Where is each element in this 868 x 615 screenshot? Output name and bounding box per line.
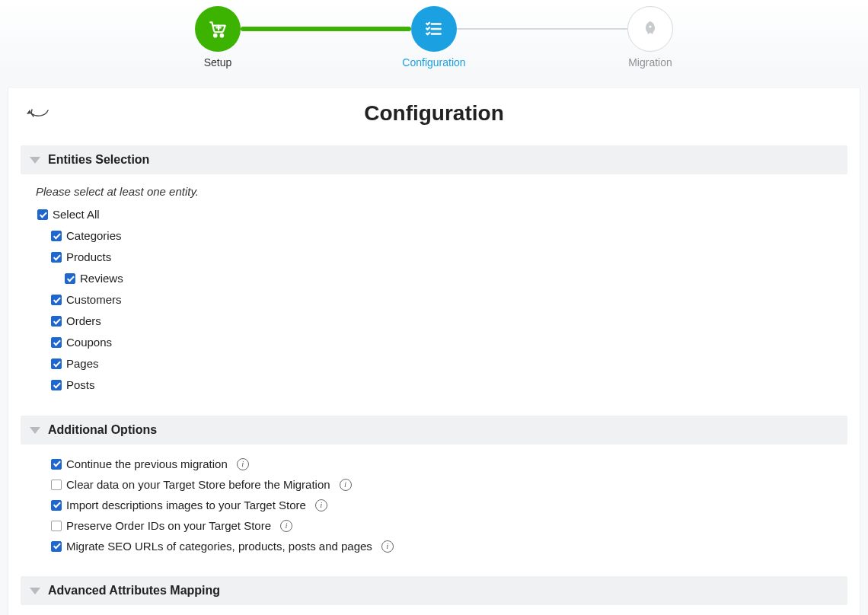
page-title: Configuration [21, 101, 847, 126]
entities-hint: Please select at least one entity. [36, 185, 847, 198]
info-icon[interactable]: i [381, 540, 394, 553]
entity-label[interactable]: Posts [66, 374, 95, 396]
step-setup[interactable]: Setup [195, 6, 241, 69]
entity-label[interactable]: Coupons [66, 332, 112, 353]
section-title: Entities Selection [48, 153, 149, 167]
entity-pages-checkbox[interactable] [51, 358, 62, 369]
svg-point-1 [221, 34, 223, 37]
chevron-down-icon [30, 157, 40, 164]
step-label: Migration [628, 56, 672, 69]
entity-reviews-checkbox[interactable] [65, 273, 75, 284]
section-options-toggle[interactable]: Additional Options [21, 416, 847, 445]
select-all-checkbox[interactable] [37, 209, 48, 220]
entity-products-checkbox[interactable] [51, 252, 62, 263]
entity-label[interactable]: Customers [66, 289, 122, 311]
option-label[interactable]: Clear data on your Target Store before t… [66, 474, 330, 495]
back-icon[interactable] [25, 100, 51, 119]
info-icon[interactable]: i [315, 499, 327, 511]
entity-label[interactable]: Orders [66, 311, 101, 332]
entity-posts-checkbox[interactable] [51, 380, 62, 390]
stepper-connector [241, 27, 411, 31]
rocket-icon [627, 6, 673, 52]
info-icon[interactable]: i [280, 520, 292, 532]
step-label: Configuration [402, 56, 465, 69]
cart-icon [195, 6, 241, 52]
section-entities-toggle[interactable]: Entities Selection [21, 145, 847, 174]
stepper-connector [457, 28, 627, 30]
section-title: Additional Options [48, 423, 157, 437]
select-all-label[interactable]: Select All [53, 204, 100, 225]
entity-customers-checkbox[interactable] [51, 295, 62, 305]
list-icon [411, 6, 457, 52]
section-advanced-toggle[interactable]: Advanced Attributes Mapping [21, 576, 847, 605]
chevron-down-icon [30, 427, 40, 434]
step-configuration[interactable]: Configuration [411, 6, 457, 69]
entity-label[interactable]: Reviews [80, 268, 123, 289]
option-label[interactable]: Migrate SEO URLs of categories, products… [66, 536, 372, 556]
entity-orders-checkbox[interactable] [51, 316, 62, 327]
option-label[interactable]: Preserve Order IDs on your Target Store [66, 515, 271, 536]
chevron-down-icon [30, 588, 40, 594]
option-continue-previous-checkbox[interactable] [51, 459, 62, 470]
configuration-card: Configuration Entities Selection Please … [8, 87, 860, 615]
svg-point-2 [649, 25, 651, 27]
step-migration: Migration [627, 6, 673, 69]
info-icon[interactable]: i [340, 479, 352, 491]
entity-coupons-checkbox[interactable] [51, 337, 62, 348]
section-title: Advanced Attributes Mapping [48, 584, 220, 597]
options-list: Continue the previous migration i Clear … [21, 454, 847, 556]
step-label: Setup [204, 56, 232, 69]
option-migrate-seo-urls-checkbox[interactable] [51, 541, 62, 552]
entity-label[interactable]: Products [66, 247, 111, 268]
option-preserve-order-ids-checkbox[interactable] [51, 521, 62, 531]
stepper: Setup Configuration Migration [0, 0, 868, 69]
option-label[interactable]: Import descriptions images to your Targe… [66, 495, 306, 515]
entity-label[interactable]: Categories [66, 225, 122, 247]
info-icon[interactable]: i [237, 458, 249, 470]
option-import-images-checkbox[interactable] [51, 500, 62, 511]
option-clear-data-checkbox[interactable] [51, 480, 62, 490]
entity-categories-checkbox[interactable] [51, 231, 62, 241]
option-label[interactable]: Continue the previous migration [66, 454, 228, 474]
svg-point-0 [214, 34, 216, 37]
entity-label[interactable]: Pages [66, 353, 99, 374]
